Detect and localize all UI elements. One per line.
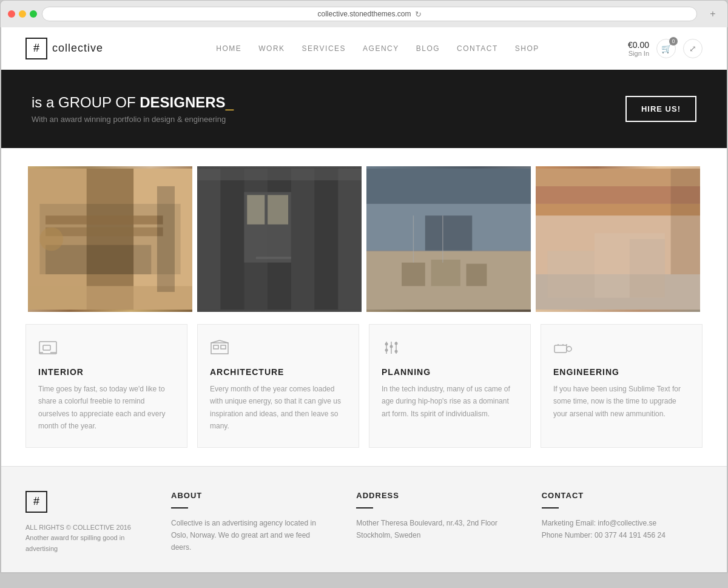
hero-subtitle: With an award winning portfolio in desig… — [32, 115, 234, 124]
svg-point-57 — [385, 343, 388, 346]
svg-rect-5 — [46, 215, 163, 225]
footer-contact-phone: Phone Number: 00 377 44 191 456 24 — [542, 529, 703, 541]
interior-icon — [38, 339, 175, 360]
portfolio-image-3 — [366, 166, 531, 312]
planning-title: PLANNING — [382, 367, 518, 377]
portfolio-item-4[interactable] — [536, 166, 700, 312]
footer-logo-symbol: # — [33, 495, 39, 508]
site-header: # collective HOME WORK SERVICES AGENCY B… — [1, 27, 727, 70]
footer-contact-underline — [542, 507, 559, 509]
logo-icon: # — [25, 38, 47, 59]
browser-dots — [8, 10, 37, 18]
cart-button[interactable]: 🛒 0 — [656, 39, 676, 58]
interior-title: INTERIOR — [38, 367, 175, 377]
browser-window: collective.stonedthemes.com ↻ + # collec… — [0, 0, 728, 573]
svg-rect-10 — [157, 186, 175, 292]
svg-rect-31 — [431, 260, 460, 286]
svg-rect-51 — [221, 345, 226, 349]
signin[interactable]: Sign In — [628, 50, 649, 57]
nav-blog[interactable]: BLOG — [416, 44, 440, 53]
portfolio-grid — [25, 166, 703, 312]
logo-symbol: # — [33, 42, 39, 55]
price: €0.00 — [628, 40, 649, 50]
cart-badge: 0 — [669, 37, 678, 46]
site-footer: # ALL RIGHTS © COLLECTIVE 2016 Another a… — [1, 466, 727, 573]
svg-rect-28 — [425, 215, 472, 251]
hero-heading: is a GROUP OF DESIGNERS_ — [32, 94, 234, 111]
footer-address-underline — [356, 507, 373, 509]
architecture-desc: Every month of the year comes loaded wit… — [210, 383, 346, 433]
svg-rect-62 — [554, 345, 567, 353]
svg-point-63 — [567, 346, 571, 351]
refresh-button[interactable]: ↻ — [415, 10, 422, 19]
svg-rect-22 — [197, 169, 362, 180]
logo-text: collective — [52, 42, 103, 55]
close-dot[interactable] — [8, 10, 15, 18]
main-nav: HOME WORK SERVICES AGENCY BLOG CONTACT S… — [127, 44, 628, 53]
engineering-desc: If you have been using Sublime Text for … — [553, 383, 690, 420]
maximize-dot[interactable] — [30, 10, 37, 18]
nav-shop[interactable]: SHOP — [515, 44, 539, 53]
svg-point-58 — [390, 345, 393, 348]
hero-text: is a GROUP OF DESIGNERS_ With an award w… — [32, 94, 234, 124]
footer-about: ABOUT Collective is an advertising agenc… — [171, 491, 332, 555]
footer-contact-title: CONTACT — [542, 491, 703, 500]
nav-home[interactable]: HOME — [216, 44, 241, 53]
portfolio-item-1[interactable] — [28, 166, 192, 312]
svg-rect-44 — [536, 215, 671, 274]
planning-icon — [382, 339, 518, 360]
svg-point-61 — [395, 350, 398, 353]
footer-address: ADDRESS Mother Theresa Boulevard, nr.43,… — [356, 491, 517, 555]
price-signin: €0.00 Sign In — [628, 40, 649, 57]
svg-rect-21 — [268, 195, 288, 224]
footer-tagline: Another award for spilling good in adver… — [25, 533, 147, 554]
services-grid: INTERIOR Time goes by fast, so today we'… — [25, 324, 703, 448]
hero-prefix: is a GROUP OF — [32, 94, 140, 110]
footer-about-underline — [171, 507, 188, 509]
nav-contact[interactable]: CONTACT — [457, 44, 498, 53]
service-card-planning: PLANNING In the tech industry, many of u… — [369, 324, 531, 448]
nav-work[interactable]: WORK — [258, 44, 285, 53]
address-bar[interactable]: collective.stonedthemes.com ↻ — [42, 7, 697, 21]
footer-logo-icon: # — [25, 491, 47, 513]
svg-rect-18 — [338, 169, 362, 309]
svg-rect-30 — [402, 263, 425, 286]
footer-contact-email: Marketing Email: info@collective.se — [542, 517, 703, 529]
minimize-dot[interactable] — [19, 10, 26, 18]
footer-copyright-text: ALL RIGHTS © COLLECTIVE 2016 — [25, 522, 147, 533]
hero-section: is a GROUP OF DESIGNERS_ With an award w… — [1, 70, 727, 148]
hire-button[interactable]: HIRE US! — [625, 96, 696, 122]
svg-rect-20 — [247, 195, 265, 224]
footer-brand: # ALL RIGHTS © COLLECTIVE 2016 Another a… — [25, 491, 147, 555]
portfolio-item-3[interactable] — [366, 166, 531, 312]
svg-rect-12 — [197, 169, 221, 309]
nav-agency[interactable]: AGENCY — [363, 44, 399, 53]
footer-about-text: Collective is an advertising agency loca… — [171, 517, 332, 554]
planning-desc: In the tech industry, many of us came of… — [382, 383, 518, 420]
svg-rect-17 — [315, 169, 339, 309]
architecture-title: ARCHITECTURE — [210, 367, 346, 377]
portfolio-image-2 — [197, 166, 362, 312]
new-tab-button[interactable]: + — [706, 7, 720, 21]
hero-highlight: DESIGNERS — [140, 94, 225, 110]
architecture-icon — [210, 339, 346, 360]
engineering-icon — [553, 339, 690, 360]
svg-point-9 — [39, 228, 63, 251]
nav-services[interactable]: SERVICES — [302, 44, 346, 53]
svg-rect-16 — [291, 169, 315, 309]
portfolio-image-4 — [536, 166, 700, 312]
svg-rect-32 — [467, 264, 487, 286]
browser-toolbar: collective.stonedthemes.com ↻ + — [1, 7, 727, 27]
portfolio-item-2[interactable] — [197, 166, 362, 312]
svg-rect-50 — [214, 345, 218, 349]
logo[interactable]: # collective — [25, 38, 103, 59]
svg-point-60 — [385, 349, 388, 352]
share-button[interactable]: ⤢ — [683, 39, 703, 58]
svg-rect-25 — [366, 169, 531, 204]
service-card-engineering: ENGINEERING If you have been using Subli… — [541, 324, 703, 448]
portfolio-image-1 — [28, 166, 192, 312]
svg-rect-45 — [39, 342, 56, 354]
service-card-architecture: ARCHITECTURE Every month of the year com… — [197, 324, 359, 448]
website-container: # collective HOME WORK SERVICES AGENCY B… — [1, 27, 727, 573]
interior-desc: Time goes by fast, so today we'd like to… — [38, 383, 175, 433]
